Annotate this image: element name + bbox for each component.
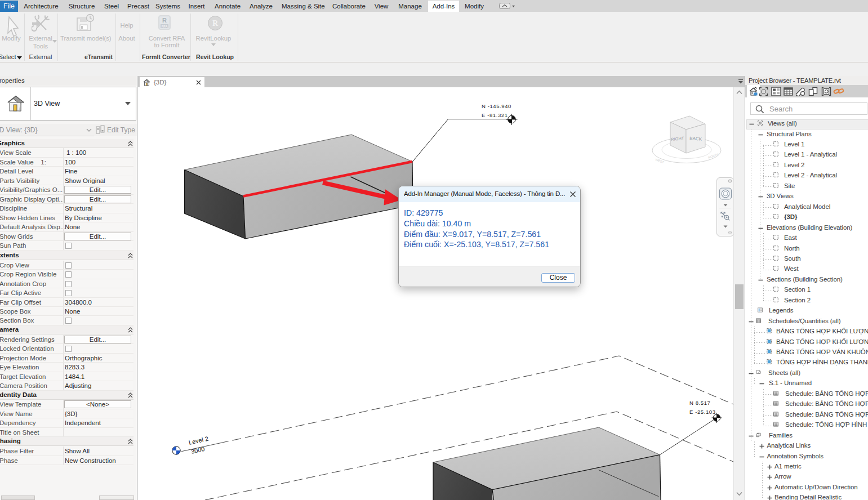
svg-text:WEST: WEST [655, 158, 665, 164]
svg-text:N -145.940: N -145.940 [482, 103, 511, 109]
svg-text:RFA: RFA [162, 25, 168, 28]
svg-text:R: R [162, 17, 167, 24]
svg-text:E -81.321: E -81.321 [482, 112, 508, 118]
svg-text:3000: 3000 [190, 445, 205, 455]
svg-text:E -25.103: E -25.103 [689, 409, 716, 415]
svg-text:BACK: BACK [689, 136, 702, 142]
svg-text:Level 2: Level 2 [188, 435, 209, 446]
svg-text:R: R [212, 19, 219, 28]
svg-text:N 8.517: N 8.517 [689, 400, 710, 406]
